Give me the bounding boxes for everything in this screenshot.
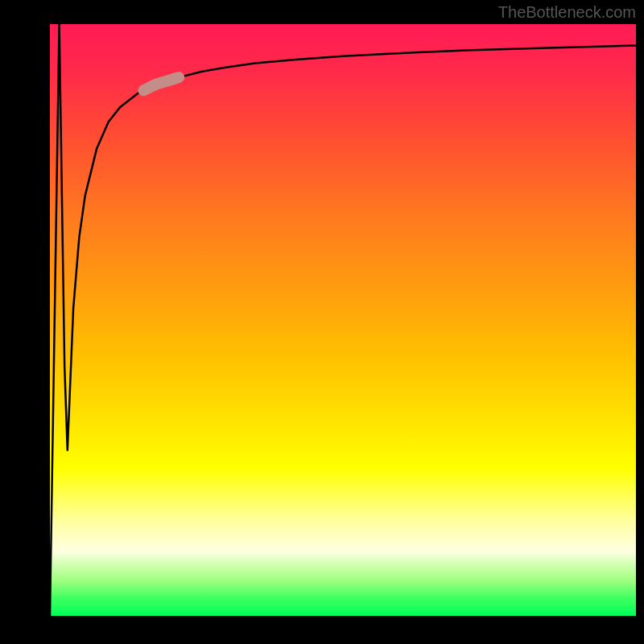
plot-area bbox=[50, 24, 636, 616]
watermark-text: TheBottleneck.com bbox=[498, 3, 636, 22]
main-curve bbox=[50, 24, 636, 616]
highlight-segment bbox=[144, 77, 180, 90]
curve-svg bbox=[50, 24, 636, 616]
